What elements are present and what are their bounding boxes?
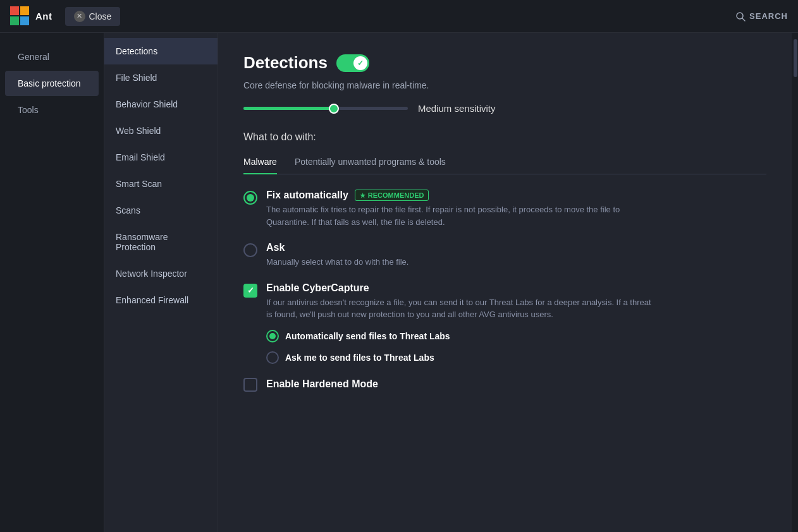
sub-radio-auto-send-btn[interactable] bbox=[266, 330, 279, 342]
main-content: Detections ✓ Core defense for blocking m… bbox=[218, 33, 792, 532]
svg-rect-2 bbox=[10, 16, 19, 25]
detections-toggle[interactable]: ✓ bbox=[336, 54, 369, 72]
sub-radio-auto-send-inner bbox=[269, 333, 276, 339]
sub-radio-ask-send: Ask me to send files to Threat Labs bbox=[266, 351, 766, 364]
sidebar-mid-item-enhanced-firewall[interactable]: Enhanced Firewall bbox=[104, 287, 218, 313]
option-fix-automatically: Fix automatically ★ RECOMMENDED The auto… bbox=[243, 190, 766, 228]
svg-rect-0 bbox=[10, 6, 19, 15]
slider-label: Medium sensitivity bbox=[418, 103, 496, 114]
sidebar-item-general[interactable]: General bbox=[5, 44, 99, 70]
page-title: Detections bbox=[243, 53, 328, 73]
tabs-row: Malware Potentially unwanted programs & … bbox=[243, 150, 766, 174]
ask-title: Ask bbox=[266, 242, 408, 253]
cybercapture-checkbox[interactable]: ✓ bbox=[243, 284, 257, 298]
sidebar-mid-item-smart-scan[interactable]: Smart Scan bbox=[104, 171, 218, 197]
content-header: Detections ✓ bbox=[243, 53, 766, 73]
sidebar-item-basic-protection[interactable]: Basic protection bbox=[5, 71, 99, 96]
radio-fix-auto-inner bbox=[247, 194, 254, 202]
fix-auto-title: Fix automatically ★ RECOMMENDED bbox=[266, 190, 658, 201]
cybercapture-title: Enable CyberCapture bbox=[266, 282, 658, 294]
close-x-icon: ✕ bbox=[74, 11, 85, 22]
ask-send-label: Ask me to send files to Threat Labs bbox=[285, 353, 434, 363]
ask-desc: Manually select what to do with the file… bbox=[266, 256, 408, 269]
search-icon bbox=[735, 11, 746, 21]
auto-send-label: Automatically send files to Threat Labs bbox=[285, 331, 450, 341]
ask-text: Ask Manually select what to do with the … bbox=[266, 242, 408, 269]
slider-thumb[interactable] bbox=[329, 104, 339, 114]
close-label: Close bbox=[89, 11, 112, 21]
cybercapture-desc: If our antivirus doesn't recognize a fil… bbox=[266, 296, 658, 321]
search-label: SEARCH bbox=[749, 11, 788, 21]
cybercapture-text: Enable CyberCapture If our antivirus doe… bbox=[266, 282, 658, 321]
recommended-badge: ★ RECOMMENDED bbox=[355, 190, 429, 201]
svg-rect-1 bbox=[20, 6, 29, 15]
sub-radio-auto-send: Automatically send files to Threat Labs bbox=[266, 330, 766, 342]
slider-fill bbox=[243, 107, 334, 110]
star-icon: ★ bbox=[360, 192, 365, 199]
sidebar-mid-item-network-inspector[interactable]: Network Inspector bbox=[104, 260, 218, 287]
radio-fix-auto[interactable] bbox=[243, 191, 257, 205]
cybercapture-sub-options: Automatically send files to Threat Labs … bbox=[266, 330, 766, 364]
tab-pup[interactable]: Potentially unwanted programs & tools bbox=[295, 150, 446, 174]
sidebar-left: General Basic protection Tools bbox=[0, 33, 104, 532]
sidebar-mid-item-file-shield[interactable]: File Shield bbox=[104, 64, 218, 91]
sidebar-mid-item-email-shield[interactable]: Email Shield bbox=[104, 144, 218, 171]
toggle-check-icon: ✓ bbox=[357, 59, 364, 68]
sidebar-mid-item-scans[interactable]: Scans bbox=[104, 197, 218, 224]
checkmark-icon: ✓ bbox=[247, 286, 254, 295]
close-button[interactable]: ✕ Close bbox=[65, 7, 121, 26]
cybercapture-row: ✓ Enable CyberCapture If our antivirus d… bbox=[243, 282, 766, 321]
scrollbar-thumb bbox=[794, 39, 797, 77]
tab-malware[interactable]: Malware bbox=[243, 150, 277, 174]
sidebar-mid-item-behavior-shield[interactable]: Behavior Shield bbox=[104, 91, 218, 118]
toggle-knob: ✓ bbox=[353, 56, 367, 70]
main-layout: General Basic protection Tools Detection… bbox=[0, 33, 798, 532]
sub-radio-ask-send-btn[interactable] bbox=[266, 351, 279, 364]
scrollbar[interactable] bbox=[792, 33, 798, 532]
app-name: Ant bbox=[35, 11, 52, 21]
option-ask: Ask Manually select what to do with the … bbox=[243, 242, 766, 269]
what-to-do-label: What to do with: bbox=[243, 131, 766, 143]
hardened-mode-label: Enable Hardened Mode bbox=[266, 378, 378, 390]
svg-rect-3 bbox=[20, 16, 29, 25]
sidebar-mid-item-web-shield[interactable]: Web Shield bbox=[104, 118, 218, 144]
search-button[interactable]: SEARCH bbox=[735, 11, 788, 21]
cybercapture-section: ✓ Enable CyberCapture If our antivirus d… bbox=[243, 282, 766, 364]
slider-track bbox=[243, 107, 408, 110]
fix-auto-text: Fix automatically ★ RECOMMENDED The auto… bbox=[266, 190, 658, 228]
sidebar-item-tools[interactable]: Tools bbox=[5, 97, 99, 123]
svg-line-5 bbox=[742, 18, 745, 21]
sensitivity-slider-container: Medium sensitivity bbox=[243, 103, 766, 114]
sidebar-mid: Detections File Shield Behavior Shield W… bbox=[104, 33, 218, 532]
hardened-mode-checkbox[interactable] bbox=[243, 378, 257, 392]
hardened-mode-row: Enable Hardened Mode bbox=[243, 377, 766, 392]
content-subtitle: Core defense for blocking malware in rea… bbox=[243, 80, 766, 90]
avg-logo-icon bbox=[10, 6, 30, 27]
logo-area: Ant bbox=[10, 6, 52, 27]
radio-ask[interactable] bbox=[243, 243, 257, 257]
sidebar-mid-item-ransomware-protection[interactable]: Ransomware Protection bbox=[104, 224, 218, 260]
sidebar-mid-item-detections[interactable]: Detections bbox=[104, 38, 218, 64]
fix-auto-desc: The automatic fix tries to repair the fi… bbox=[266, 203, 658, 228]
top-bar: Ant ✕ Close SEARCH bbox=[0, 0, 798, 33]
